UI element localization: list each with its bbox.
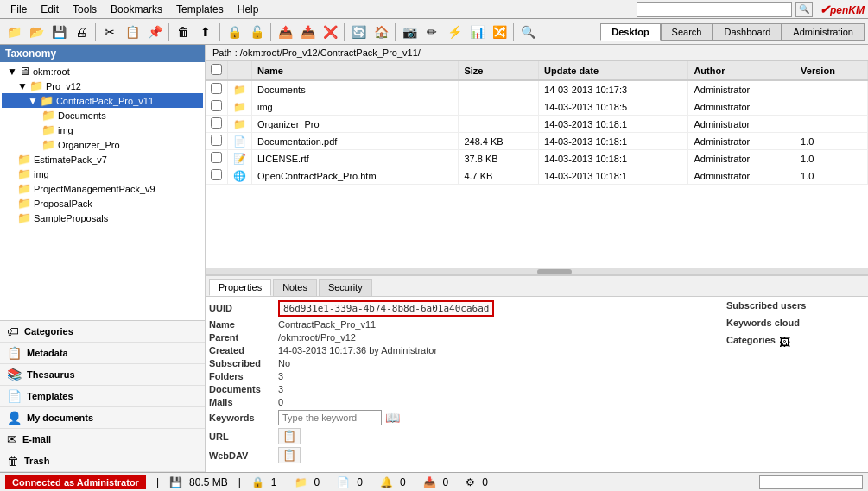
menu-file[interactable]: File: [3, 2, 34, 17]
col-name[interactable]: Name: [252, 61, 459, 80]
tree-node-img[interactable]: 📁 img: [2, 123, 203, 137]
tree-node-documents[interactable]: 📁 Documents: [2, 108, 203, 123]
toolbar-workflow[interactable]: 🔀: [489, 22, 510, 42]
horizontal-scrollbar[interactable]: [206, 268, 868, 275]
prop-folders-row: Folders 3: [209, 371, 719, 381]
table-row[interactable]: 📄 Documentation.pdf 248.4 KB 14-03-2013 …: [206, 133, 868, 150]
table-row[interactable]: 📁 Documents 14-03-2013 10:17:3 Administr…: [206, 80, 868, 98]
sidebar-item-email[interactable]: ✉ E-mail: [0, 429, 205, 450]
select-all-checkbox[interactable]: [211, 64, 222, 75]
file-list[interactable]: Name Size Update date Author Version 📁 D…: [206, 61, 868, 268]
menu-help[interactable]: Help: [231, 2, 266, 17]
tree-node-sampleproposals[interactable]: 📁 SampleProposals: [2, 211, 203, 225]
toolbar-merge[interactable]: ⚡: [444, 22, 465, 42]
scrollbar-thumb[interactable]: [537, 269, 572, 274]
toolbar-refresh[interactable]: 🔄: [348, 22, 369, 42]
table-row[interactable]: 📁 img 14-03-2013 10:18:5 Administrator: [206, 98, 868, 116]
tab-search[interactable]: Search: [661, 23, 713, 41]
menu-edit[interactable]: Edit: [34, 2, 66, 17]
file-size-5: 37.8 KB: [459, 150, 539, 167]
prop-mails-value: 0: [278, 397, 283, 407]
row-checkbox-1[interactable]: [211, 83, 222, 94]
toolbar-print[interactable]: 🖨: [71, 22, 92, 42]
prop-url-row: URL 📋: [209, 428, 719, 444]
col-date[interactable]: Update date: [539, 61, 688, 80]
row-checkbox-4[interactable]: [211, 135, 222, 146]
props-left: UUID 86d931e1-339a-4b74-8b8d-6a01a40ca6a…: [209, 300, 719, 466]
webdav-button[interactable]: 📋: [278, 447, 301, 463]
toolbar-copy[interactable]: 📋: [122, 22, 143, 42]
table-row[interactable]: 📝 LICENSE.rtf 37.8 KB 14-03-2013 10:18:1…: [206, 150, 868, 167]
tree-node-img2[interactable]: 📁 img: [2, 167, 203, 181]
sidebar-item-metadata[interactable]: 📋 Metadata: [0, 343, 205, 364]
tree-area[interactable]: ▼ 🖥 okm:root ▼ 📁 Pro_v12 ▼ 📁 ContractPac…: [0, 62, 205, 320]
toolbar-edit[interactable]: ✏: [421, 22, 442, 42]
toolbar-new[interactable]: 📁: [3, 22, 24, 42]
toolbar-cut[interactable]: ✂: [99, 22, 120, 42]
toolbar-cancel[interactable]: ❌: [320, 22, 340, 42]
sidebar-item-mydocs[interactable]: 👤 My documents: [0, 407, 205, 429]
col-author[interactable]: Author: [688, 61, 795, 80]
sidebar-item-trash[interactable]: 🗑 Trash: [0, 450, 205, 472]
table-row[interactable]: 🌐 OpenContractPack_Pro.htm 4.7 KB 14-03-…: [206, 167, 868, 185]
tree-node-proposalpack[interactable]: 📁 ProposalPack: [2, 196, 203, 211]
url-button[interactable]: 📋: [278, 428, 301, 444]
sidebar-item-thesaurus[interactable]: 📚 Thesaurus: [0, 364, 205, 386]
statusbar-search-input[interactable]: [759, 475, 863, 489]
prop-parent-row: Parent /okm:root/Pro_v12: [209, 332, 719, 343]
row-checkbox-5[interactable]: [211, 152, 222, 163]
tree-node-estimate[interactable]: 📁 EstimatePack_v7: [2, 152, 203, 167]
categories-button[interactable]: 🖼: [779, 336, 790, 349]
file-size-4: 248.4 KB: [459, 133, 539, 150]
menu-tools[interactable]: Tools: [66, 2, 104, 17]
toolbar-sep7: [513, 23, 514, 41]
toolbar-unlock[interactable]: 🔓: [246, 22, 267, 42]
toolbar-find[interactable]: 🔍: [517, 22, 538, 42]
toolbar-scan[interactable]: 📷: [399, 22, 420, 42]
keywords-add-button[interactable]: 📖: [385, 411, 400, 425]
keywords-input[interactable]: [278, 410, 382, 425]
properties-panel: Properties Notes Security UUID 86d931e1-…: [206, 275, 868, 469]
tab-administration[interactable]: Administration: [782, 23, 865, 41]
top-search-button[interactable]: 🔍: [795, 2, 813, 17]
tree-node-pro-v12[interactable]: ▼ 📁 Pro_v12: [2, 79, 203, 93]
tree-label-projectmgmt: ProjectManagementPack_v9: [34, 184, 155, 194]
toolbar-home[interactable]: 🏠: [371, 22, 391, 42]
menu-templates[interactable]: Templates: [169, 2, 231, 17]
toolbar-delete[interactable]: 🗑: [173, 22, 193, 42]
toolbar-checkout[interactable]: 📤: [275, 22, 295, 42]
categories-title: Categories: [726, 335, 776, 345]
row-checkbox-6[interactable]: [211, 169, 222, 180]
main-layout: Taxonomy ▼ 🖥 okm:root ▼ 📁 Pro_v12 ▼ 📁 Co…: [0, 45, 868, 472]
tab-properties[interactable]: Properties: [209, 279, 271, 296]
col-size[interactable]: Size: [459, 61, 539, 80]
toolbar-save[interactable]: 💾: [48, 22, 69, 42]
tree-node-contractpack[interactable]: ▼ 📁 ContractPack_Pro_v11: [2, 93, 203, 108]
file-version-6: 1.0: [795, 167, 868, 185]
toolbar-open[interactable]: 📂: [26, 22, 47, 42]
content-area: Path : /okm:root/Pro_v12/ContractPack_Pr…: [206, 45, 868, 472]
sidebar-item-categories[interactable]: 🏷 Categories: [0, 321, 205, 343]
tab-notes[interactable]: Notes: [273, 279, 317, 296]
sidebar-item-templates[interactable]: 📄 Templates: [0, 386, 205, 407]
row-checkbox-3[interactable]: [211, 117, 222, 129]
toolbar-report[interactable]: 📊: [466, 22, 487, 42]
row-checkbox-2[interactable]: [211, 100, 222, 111]
col-version[interactable]: Version: [795, 61, 868, 80]
top-search-input[interactable]: [637, 2, 792, 17]
toolbar-paste[interactable]: 📌: [144, 22, 165, 42]
toolbar-checkin[interactable]: 📥: [297, 22, 318, 42]
tree-node-root[interactable]: ▼ 🖥 okm:root: [2, 64, 203, 79]
tree-node-projectmgmt[interactable]: 📁 ProjectManagementPack_v9: [2, 181, 203, 196]
file-author-6: Administrator: [688, 167, 795, 185]
tab-security[interactable]: Security: [319, 279, 372, 296]
menu-bookmarks[interactable]: Bookmarks: [104, 2, 169, 17]
toolbar-upload[interactable]: ⬆: [195, 22, 216, 42]
tab-dashboard[interactable]: Dashboard: [713, 23, 782, 41]
table-row[interactable]: 📁 Organizer_Pro 14-03-2013 10:18:1 Admin…: [206, 116, 868, 133]
tab-desktop[interactable]: Desktop: [600, 23, 660, 41]
col-check: [206, 61, 228, 80]
toolbar-sep3: [219, 23, 220, 41]
toolbar-lock[interactable]: 🔒: [224, 22, 244, 42]
tree-node-organizer[interactable]: 📁 Organizer_Pro: [2, 137, 203, 152]
